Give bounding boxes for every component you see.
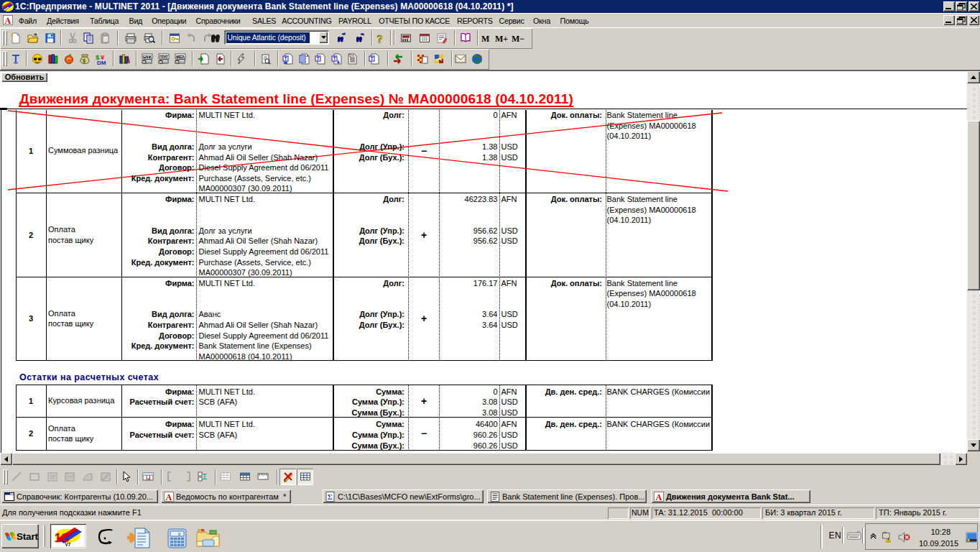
svg-text:А: А — [166, 492, 172, 502]
svg-text:T: T — [333, 56, 337, 61]
svg-text:КАССА: КАССА — [176, 55, 185, 59]
svg-text:$: $ — [83, 58, 85, 64]
svg-text:D▼: D▼ — [349, 54, 355, 58]
svg-text:Σ: Σ — [328, 492, 333, 501]
svg-text:!: ! — [887, 538, 889, 542]
svg-text:?: ? — [377, 32, 383, 44]
svg-text:А: А — [5, 16, 11, 26]
svg-text:V7: V7 — [65, 542, 71, 546]
svg-text:БАНК: БАНК — [143, 55, 152, 59]
svg-text:T: T — [285, 56, 288, 61]
svg-text:ПЛАТ: ПЛАТ — [160, 55, 169, 59]
svg-text:T: T — [317, 56, 320, 61]
svg-text:DM: DM — [97, 60, 106, 65]
svg-text:А: А — [656, 492, 662, 502]
svg-text:T: T — [371, 56, 374, 61]
